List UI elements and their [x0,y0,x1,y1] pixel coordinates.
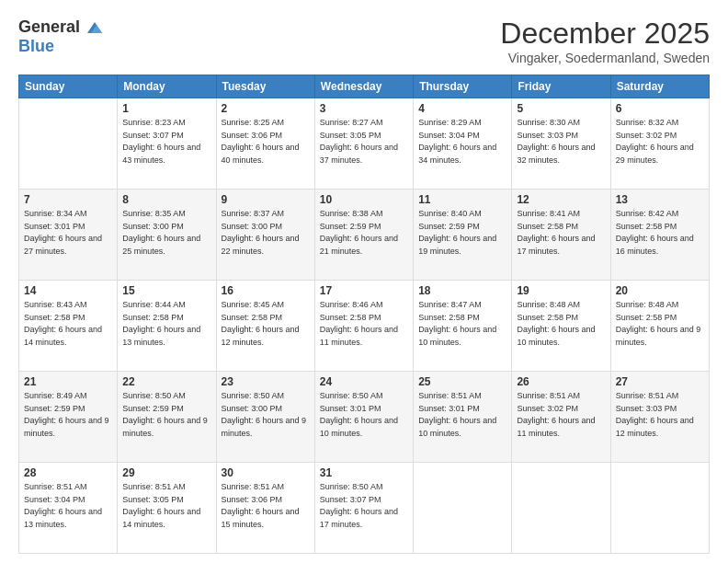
day-info: Sunrise: 8:23 AM Sunset: 3:07 PM Dayligh… [122,117,210,167]
table-row: 23 Sunrise: 8:50 AM Sunset: 3:00 PM Dayl… [216,372,314,463]
logo-blue-text: Blue [18,37,54,56]
table-row: 22 Sunrise: 8:50 AM Sunset: 2:59 PM Dayl… [118,372,216,463]
day-number: 21 [24,375,112,388]
day-number: 30 [222,466,310,479]
header: General Blue December 2025 Vingaker, Soe… [18,17,710,65]
col-thursday: Thursday [414,75,512,98]
day-number: 4 [418,102,506,115]
day-info: Sunrise: 8:50 AM Sunset: 3:01 PM Dayligh… [320,390,408,440]
day-info: Sunrise: 8:34 AM Sunset: 3:01 PM Dayligh… [24,208,112,258]
table-row: 18 Sunrise: 8:47 AM Sunset: 2:58 PM Dayl… [414,281,512,372]
col-friday: Friday [512,75,610,98]
day-info: Sunrise: 8:42 AM Sunset: 2:58 PM Dayligh… [616,208,704,258]
day-info: Sunrise: 8:46 AM Sunset: 2:58 PM Dayligh… [320,299,408,349]
title-block: December 2025 Vingaker, Soedermanland, S… [500,17,710,65]
day-number: 8 [122,193,210,206]
table-row: 17 Sunrise: 8:46 AM Sunset: 2:58 PM Dayl… [314,281,413,372]
table-row: 21 Sunrise: 8:49 AM Sunset: 2:59 PM Dayl… [19,372,118,463]
day-number: 29 [122,466,210,479]
table-row: 4 Sunrise: 8:29 AM Sunset: 3:04 PM Dayli… [414,98,512,190]
table-row [610,463,709,554]
col-monday: Monday [118,75,216,98]
month-title: December 2025 [500,17,710,51]
day-info: Sunrise: 8:32 AM Sunset: 3:02 PM Dayligh… [616,117,704,167]
page: General Blue December 2025 Vingaker, Soe… [0,0,728,563]
table-row [414,463,512,554]
calendar-week-row: 21 Sunrise: 8:49 AM Sunset: 2:59 PM Dayl… [19,372,710,463]
day-number: 3 [320,102,408,115]
day-info: Sunrise: 8:44 AM Sunset: 2:58 PM Dayligh… [122,299,210,349]
day-info: Sunrise: 8:41 AM Sunset: 2:58 PM Dayligh… [517,208,605,258]
table-row: 10 Sunrise: 8:38 AM Sunset: 2:59 PM Dayl… [314,190,413,281]
day-number: 22 [122,375,210,388]
table-row: 27 Sunrise: 8:51 AM Sunset: 3:03 PM Dayl… [610,372,709,463]
table-row: 15 Sunrise: 8:44 AM Sunset: 2:58 PM Dayl… [118,281,216,372]
day-info: Sunrise: 8:51 AM Sunset: 3:06 PM Dayligh… [222,481,310,531]
table-row: 3 Sunrise: 8:27 AM Sunset: 3:05 PM Dayli… [314,98,413,190]
day-number: 16 [222,284,310,297]
day-number: 20 [616,284,704,297]
day-info: Sunrise: 8:30 AM Sunset: 3:03 PM Dayligh… [517,117,605,167]
day-number: 18 [418,284,506,297]
col-tuesday: Tuesday [216,75,314,98]
table-row: 2 Sunrise: 8:25 AM Sunset: 3:06 PM Dayli… [216,98,314,190]
day-number: 5 [517,102,605,115]
table-row: 12 Sunrise: 8:41 AM Sunset: 2:58 PM Dayl… [512,190,610,281]
day-number: 12 [517,193,605,206]
day-info: Sunrise: 8:45 AM Sunset: 2:58 PM Dayligh… [222,299,310,349]
day-info: Sunrise: 8:40 AM Sunset: 2:59 PM Dayligh… [418,208,506,258]
table-row: 14 Sunrise: 8:43 AM Sunset: 2:58 PM Dayl… [19,281,118,372]
day-info: Sunrise: 8:47 AM Sunset: 2:58 PM Dayligh… [418,299,506,349]
table-row: 31 Sunrise: 8:50 AM Sunset: 3:07 PM Dayl… [314,463,413,554]
day-info: Sunrise: 8:51 AM Sunset: 3:05 PM Dayligh… [122,481,210,531]
day-number: 6 [616,102,704,115]
table-row: 26 Sunrise: 8:51 AM Sunset: 3:02 PM Dayl… [512,372,610,463]
day-number: 27 [616,375,704,388]
day-number: 7 [24,193,112,206]
calendar-table: Sunday Monday Tuesday Wednesday Thursday… [18,75,710,554]
day-number: 26 [517,375,605,388]
day-number: 11 [418,193,506,206]
day-info: Sunrise: 8:50 AM Sunset: 2:59 PM Dayligh… [122,390,210,440]
day-number: 1 [122,102,210,115]
col-wednesday: Wednesday [314,75,413,98]
calendar-week-row: 14 Sunrise: 8:43 AM Sunset: 2:58 PM Dayl… [19,281,710,372]
table-row: 5 Sunrise: 8:30 AM Sunset: 3:03 PM Dayli… [512,98,610,190]
table-row: 1 Sunrise: 8:23 AM Sunset: 3:07 PM Dayli… [118,98,216,190]
table-row: 8 Sunrise: 8:35 AM Sunset: 3:00 PM Dayli… [118,190,216,281]
table-row: 6 Sunrise: 8:32 AM Sunset: 3:02 PM Dayli… [610,98,709,190]
day-info: Sunrise: 8:50 AM Sunset: 3:00 PM Dayligh… [222,390,310,440]
day-info: Sunrise: 8:35 AM Sunset: 3:00 PM Dayligh… [122,208,210,258]
day-number: 2 [222,102,310,115]
subtitle: Vingaker, Soedermanland, Sweden [500,51,710,65]
calendar-week-row: 28 Sunrise: 8:51 AM Sunset: 3:04 PM Dayl… [19,463,710,554]
table-row: 9 Sunrise: 8:37 AM Sunset: 3:00 PM Dayli… [216,190,314,281]
logo: General Blue [18,17,102,56]
calendar-week-row: 1 Sunrise: 8:23 AM Sunset: 3:07 PM Dayli… [19,98,710,190]
table-row: 20 Sunrise: 8:48 AM Sunset: 2:58 PM Dayl… [610,281,709,372]
logo-general-text: General [18,17,80,37]
day-info: Sunrise: 8:38 AM Sunset: 2:59 PM Dayligh… [320,208,408,258]
day-info: Sunrise: 8:50 AM Sunset: 3:07 PM Dayligh… [320,481,408,531]
day-number: 28 [24,466,112,479]
day-info: Sunrise: 8:43 AM Sunset: 2:58 PM Dayligh… [24,299,112,349]
table-row: 24 Sunrise: 8:50 AM Sunset: 3:01 PM Dayl… [314,372,413,463]
table-row: 7 Sunrise: 8:34 AM Sunset: 3:01 PM Dayli… [19,190,118,281]
day-number: 10 [320,193,408,206]
col-sunday: Sunday [19,75,118,98]
day-number: 23 [222,375,310,388]
day-info: Sunrise: 8:51 AM Sunset: 3:04 PM Dayligh… [24,481,112,531]
day-info: Sunrise: 8:49 AM Sunset: 2:59 PM Dayligh… [24,390,112,440]
table-row: 16 Sunrise: 8:45 AM Sunset: 2:58 PM Dayl… [216,281,314,372]
calendar-header-row: Sunday Monday Tuesday Wednesday Thursday… [19,75,710,98]
day-info: Sunrise: 8:25 AM Sunset: 3:06 PM Dayligh… [222,117,310,167]
table-row [19,98,118,190]
table-row [512,463,610,554]
logo-icon [82,17,102,37]
day-info: Sunrise: 8:29 AM Sunset: 3:04 PM Dayligh… [418,117,506,167]
day-number: 31 [320,466,408,479]
day-number: 9 [222,193,310,206]
day-number: 17 [320,284,408,297]
col-saturday: Saturday [610,75,709,98]
table-row: 25 Sunrise: 8:51 AM Sunset: 3:01 PM Dayl… [414,372,512,463]
